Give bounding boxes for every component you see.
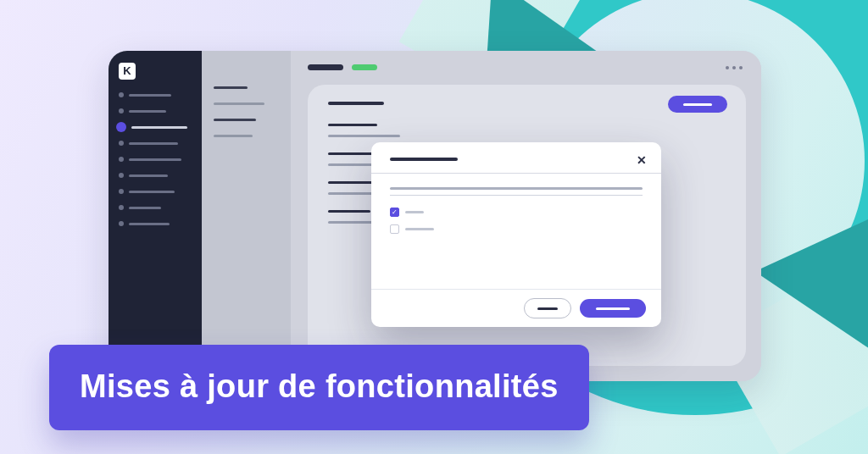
modal-footer (371, 289, 661, 327)
checkbox-icon[interactable] (390, 224, 399, 234)
sidebar-item-label (129, 158, 181, 161)
checkbox-option[interactable] (390, 208, 643, 217)
sidebar-item-label (129, 191, 175, 193)
sidebar-dot-icon (119, 189, 124, 194)
app-logo[interactable]: K (119, 63, 136, 80)
section-heading (328, 210, 370, 213)
tab-active[interactable] (308, 64, 343, 70)
checkbox-icon[interactable] (390, 208, 399, 217)
cancel-button[interactable] (524, 298, 571, 318)
close-icon[interactable]: ✕ (636, 154, 648, 166)
sidebar-dot-icon (119, 108, 124, 114)
card-title (328, 102, 384, 105)
sidebar-item[interactable] (119, 152, 193, 166)
sidebar-item[interactable] (119, 201, 193, 214)
checkbox-label (405, 228, 434, 230)
sidebar-item-label (129, 223, 170, 225)
sidebar-item-label (129, 174, 168, 177)
sidebar-item-label (129, 142, 178, 145)
sidebar-dot-icon (119, 157, 124, 162)
sidebar-item[interactable] (119, 169, 193, 182)
new-action-button[interactable] (668, 96, 727, 113)
sidebar-item-label (129, 110, 166, 113)
sidebar-item-label (131, 126, 187, 129)
tab-bar (308, 64, 377, 70)
sidebar-dot-icon (119, 141, 124, 146)
sidebar-dot-icon (119, 205, 124, 210)
sub-nav (202, 51, 291, 381)
sidebar-dot-icon (119, 173, 124, 178)
status-pill[interactable] (352, 64, 377, 70)
sidebar-item[interactable] (119, 136, 193, 150)
sub-nav-item[interactable] (214, 135, 253, 137)
modal-dialog: ✕ (371, 142, 661, 327)
sub-nav-item[interactable] (214, 119, 256, 121)
section-heading (328, 124, 377, 126)
sidebar-item[interactable] (119, 88, 193, 102)
checkbox-option[interactable] (390, 224, 643, 234)
modal-title (390, 158, 458, 161)
sidebar-item[interactable] (119, 104, 193, 118)
sub-nav-item[interactable] (214, 86, 248, 89)
checkbox-label (405, 211, 424, 213)
sidebar-item[interactable] (119, 217, 193, 230)
sidebar-active-dot-icon (116, 122, 126, 132)
sidebar-item[interactable] (119, 120, 193, 134)
section-heading (328, 152, 375, 155)
section-subtext (328, 135, 400, 137)
sidebar-item-label (129, 207, 161, 209)
sidebar-item-label (129, 94, 171, 97)
sidebar: K (108, 51, 202, 381)
sub-nav-item[interactable] (214, 102, 264, 105)
more-menu-icon[interactable] (726, 66, 743, 69)
feature-updates-banner: Mises à jour de fonctionnalités (49, 345, 589, 430)
confirm-button[interactable] (580, 299, 646, 318)
text-input[interactable] (390, 187, 643, 190)
sidebar-dot-icon (119, 92, 124, 97)
sidebar-item[interactable] (119, 185, 193, 198)
sidebar-dot-icon (119, 221, 124, 226)
